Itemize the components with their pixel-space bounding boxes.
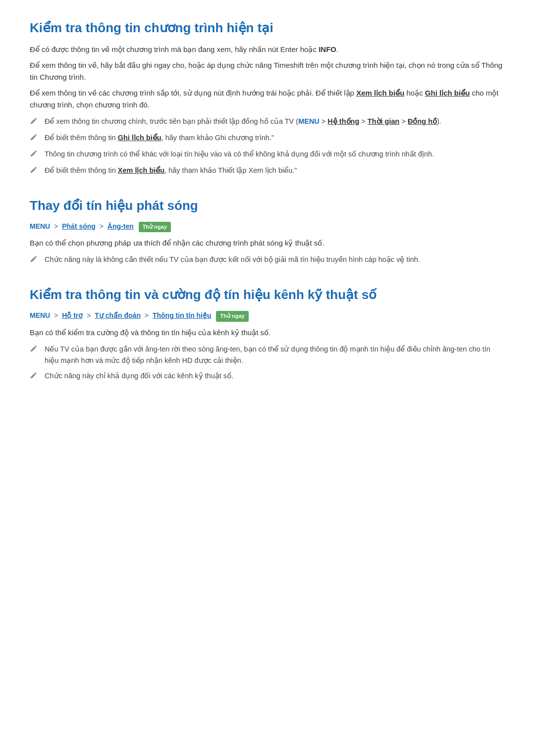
section2-nav: MENU > Phát sóng > Ăng-ten Thử ngay: [30, 221, 505, 232]
section1-intro2: Để xem thông tin về, hãy bắt đầu ghi nga…: [30, 59, 505, 83]
section3-bullet2-text: Chức năng này chỉ khả dụng đối với các k…: [45, 370, 505, 382]
bullet1-text: Để xem thông tin chương chình, trước tiê…: [45, 116, 505, 127]
pencil-icon: [30, 117, 41, 128]
pencil-icon: [30, 166, 41, 177]
section2-title: Thay đổi tín hiệu phát sóng: [30, 198, 505, 214]
section-change-broadcast-signal: Thay đổi tín hiệu phát sóng MENU > Phát …: [30, 198, 505, 267]
list-item: Chức năng này là không cần thiết nếu TV …: [30, 254, 505, 266]
section2-bullets: Chức năng này là không cần thiết nếu TV …: [30, 254, 505, 266]
pencil-icon: [30, 371, 41, 383]
section3-nav: MENU > Hỗ trợ > Tự chẩn đoán > Thông tin…: [30, 310, 505, 321]
pencil-icon: [30, 255, 41, 266]
section1-bullets: Để xem thông tin chương chình, trước tiê…: [30, 116, 505, 178]
list-item: Chức năng này chỉ khả dụng đối với các k…: [30, 370, 505, 383]
list-item: Để xem thông tin chương chình, trước tiê…: [30, 116, 505, 128]
pencil-icon: [30, 345, 41, 356]
section3-bullet1-text: Nếu TV của bạn được gắn với ăng-ten rời …: [45, 344, 505, 366]
section3-title: Kiểm tra thông tin và cường độ tín hiệu …: [30, 287, 505, 303]
bullet2-text: Để biết thêm thông tin Ghi lịch biểu, hã…: [45, 132, 505, 144]
section-check-program-info: Kiểm tra thông tin chương trình hiện tại…: [30, 20, 505, 178]
section2-intro: Bạn có thể chọn phương pháp ưa thích để …: [30, 237, 505, 249]
list-item: Thông tin chương trình có thể khác với l…: [30, 149, 505, 161]
section1-intro3: Để xem thông tin về các chương trình sắp…: [30, 87, 505, 111]
list-item: Để biết thêm thông tin Xem lịch biểu, hã…: [30, 165, 505, 177]
pencil-icon: [30, 150, 41, 161]
section-check-signal-info: Kiểm tra thông tin và cường độ tín hiệu …: [30, 287, 505, 383]
list-item: Nếu TV của bạn được gắn với ăng-ten rời …: [30, 344, 505, 366]
section2-bullet1-text: Chức năng này là không cần thiết nếu TV …: [45, 254, 505, 265]
try-now-badge[interactable]: Thử ngay: [139, 222, 171, 233]
try-now-badge[interactable]: Thử ngay: [216, 311, 248, 322]
section3-bullets: Nếu TV của bạn được gắn với ăng-ten rời …: [30, 344, 505, 383]
section3-intro: Bạn có thể kiểm tra cường độ và thông ti…: [30, 327, 505, 339]
list-item: Để biết thêm thông tin Ghi lịch biểu, hã…: [30, 132, 505, 145]
bullet3-text: Thông tin chương trình có thể khác với l…: [45, 149, 505, 160]
section1-title: Kiểm tra thông tin chương trình hiện tại: [30, 20, 505, 37]
bullet4-text: Để biết thêm thông tin Xem lịch biểu, hã…: [45, 165, 505, 176]
section1-intro1: Để có được thông tin về một chương trình…: [30, 44, 505, 55]
pencil-icon: [30, 133, 41, 145]
